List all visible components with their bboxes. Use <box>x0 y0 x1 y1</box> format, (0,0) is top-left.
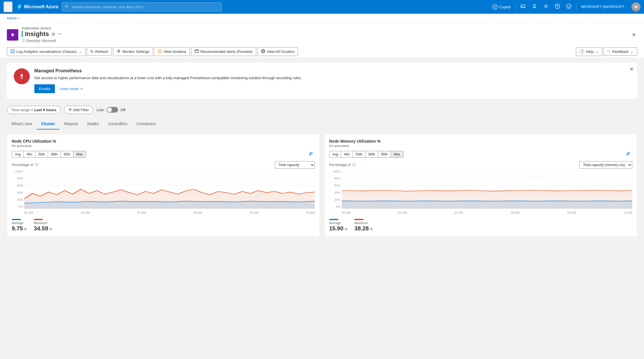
prometheus-flame-icon <box>17 72 26 81</box>
banner-content: Managed Prometheus Get access to higher … <box>34 68 630 93</box>
page-title: Insights ☆ ··· <box>22 30 61 38</box>
charts-grid: Node CPU Utilization % 5m granularity Av… <box>7 134 637 237</box>
tab-cluster[interactable]: Cluster <box>37 119 59 129</box>
cpu-avg-legend-bar <box>12 219 21 220</box>
svg-point-6 <box>568 6 568 6</box>
recommended-alerts-button[interactable]: Recommended alerts (Preview) <box>191 47 256 56</box>
view-grafana-label: View Grafana <box>164 49 186 54</box>
directory-info-text: Directory: Microsoft <box>26 39 56 43</box>
help-button[interactable] <box>552 2 562 12</box>
avatar[interactable]: M <box>631 2 641 11</box>
favorite-star-icon[interactable]: ☆ <box>51 31 55 37</box>
breadcrumb: Home › <box>0 14 644 23</box>
copilot-icon <box>492 4 498 9</box>
banner-description: Get access to higher performance data an… <box>34 75 630 81</box>
memory-min-button[interactable]: Min <box>341 151 352 158</box>
search-input[interactable] <box>72 5 219 9</box>
cpu-percentage-select[interactable]: Total capacity Total requested Total lim… <box>275 161 315 169</box>
help-label: Help <box>586 49 594 54</box>
memory-50th-button[interactable]: 50th <box>353 151 365 158</box>
enable-button[interactable]: Enable <box>34 84 55 93</box>
external-link-icon: ↗ <box>80 87 83 91</box>
memory-95th-button[interactable]: 95th <box>378 151 391 158</box>
feedback-button[interactable]: ♡ Feedback ⌄ <box>603 47 637 56</box>
tab-nodes[interactable]: Nodes <box>83 119 103 129</box>
tab-containers[interactable]: Containers <box>132 119 160 129</box>
memory-avg-button[interactable]: Avg <box>329 151 341 158</box>
tab-whats-new[interactable]: What's new <box>7 119 37 129</box>
memory-pin-button[interactable] <box>624 151 632 158</box>
cpu-y-axis: 100% 80% 60% 40% 20% 0% <box>12 170 23 209</box>
refresh-button[interactable]: ↻ Refresh <box>87 47 112 56</box>
cpu-avg-button[interactable]: Avg <box>12 151 23 158</box>
help-nav-icon <box>555 4 560 10</box>
time-range-value: Last 6 hours <box>34 108 56 112</box>
log-analytics-icon <box>11 49 15 54</box>
bell-icon <box>532 4 537 10</box>
memory-chart-plot <box>342 170 632 209</box>
help-dropdown-icon: ? <box>580 49 584 54</box>
cpu-percentage-info-icon: ⓘ <box>35 162 38 167</box>
memory-chart-area: 100% 80% 60% 40% 20% 0% <box>329 170 632 216</box>
cpu-pin-button[interactable] <box>307 151 315 158</box>
tab-controllers[interactable]: Controllers <box>104 119 132 129</box>
directory-info-icon: ⓘ <box>22 38 25 43</box>
cloud-shell-button[interactable] <box>518 2 528 12</box>
user-account-label[interactable]: MICROSOFT (MICROSOFT.ONMI... <box>579 5 630 9</box>
top-navigation: ☰ Microsoft Azure 🔍 Copilot <box>0 0 644 14</box>
memory-max-button[interactable]: Max <box>391 151 404 158</box>
feedback-nav-button[interactable] <box>564 2 574 12</box>
page-close-button[interactable]: ✕ <box>631 31 637 39</box>
cpu-avg-legend: Average 9.75 % <box>12 219 27 232</box>
cpu-max-button[interactable]: Max <box>73 151 86 158</box>
copilot-button[interactable]: Copilot <box>490 2 513 12</box>
main-content: Managed Prometheus Get access to higher … <box>0 58 644 359</box>
memory-percentage-select[interactable]: Total capacity (memory rss) Total capaci… <box>579 161 632 169</box>
help-dropdown-button[interactable]: ? Help ⌄ <box>576 47 602 56</box>
live-section: Live: Off <box>97 107 126 113</box>
memory-percentage-controls: Percentage of ⓘ Total capacity (memory r… <box>329 161 632 169</box>
add-filter-button[interactable]: Add Filter <box>64 106 93 114</box>
memory-avg-value-row: 15.90 % <box>329 225 347 232</box>
cpu-max-legend: Maximum 34.59 % <box>34 219 52 232</box>
azure-logo[interactable]: Microsoft Azure <box>16 4 58 10</box>
feedback-chevron-icon: ⌄ <box>630 49 633 54</box>
svg-point-12 <box>159 51 160 52</box>
toggle-thumb <box>107 107 112 112</box>
notifications-button[interactable] <box>529 2 540 12</box>
cpu-90th-button[interactable]: 90th <box>48 151 60 158</box>
more-options-icon[interactable]: ··· <box>57 31 61 37</box>
tab-reports[interactable]: Reports <box>59 119 83 129</box>
cpu-percentage-controls: Percentage of ⓘ Total capacity Total req… <box>12 161 315 169</box>
memory-y-axis: 100% 80% 60% 40% 20% 0% <box>329 170 341 209</box>
cpu-min-button[interactable]: Min <box>23 151 35 158</box>
monitor-settings-button[interactable]: Monitor Settings <box>113 47 153 56</box>
banner-actions: Enable Learn more ↗ <box>34 84 630 93</box>
svg-point-4 <box>557 7 558 8</box>
memory-percentage-row: Percentage of ⓘ <box>329 162 356 167</box>
view-selector-button[interactable]: Log Analytics visualizations (Classic) ⌄ <box>7 47 86 56</box>
time-range-button[interactable]: Time range = Last 6 hours <box>7 106 61 114</box>
svg-point-7 <box>569 6 570 6</box>
settings-button[interactable] <box>541 2 551 12</box>
view-grafana-button[interactable]: View Grafana <box>154 47 190 56</box>
live-toggle[interactable] <box>107 107 118 113</box>
memory-90th-button[interactable]: 90th <box>365 151 378 158</box>
azure-logo-text: Microsoft Azure <box>24 4 58 9</box>
hamburger-menu-button[interactable]: ☰ <box>3 1 13 12</box>
banner-close-button[interactable]: ✕ <box>629 66 634 72</box>
feedback-heart-icon: ♡ <box>607 49 611 54</box>
view-all-clusters-button[interactable]: View All Clusters <box>257 47 298 56</box>
monitor-settings-label: Monitor Settings <box>122 49 149 54</box>
memory-max-legend: Maximum 38.28 % <box>354 219 373 232</box>
cpu-max-value-row: 34.59 % <box>34 225 52 232</box>
time-range-operator: = <box>31 108 33 112</box>
memory-percentage-info-icon: ⓘ <box>352 162 356 167</box>
search-bar[interactable]: 🔍 <box>62 2 222 11</box>
cpu-95th-button[interactable]: 95th <box>61 151 73 158</box>
breadcrumb-separator: › <box>19 16 20 20</box>
cpu-50th-button[interactable]: 50th <box>35 151 48 158</box>
breadcrumb-home-link[interactable]: Home <box>7 16 17 20</box>
learn-more-link[interactable]: Learn more ↗ <box>59 87 83 91</box>
title-divider <box>22 31 23 37</box>
